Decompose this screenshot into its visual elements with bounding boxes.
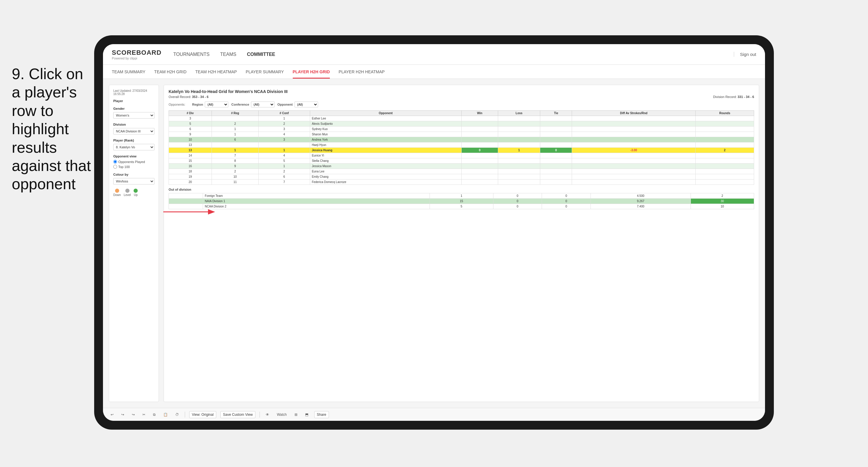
table-row-selected[interactable]: 13 1 1 Jessica Huang 0 1 0 -3.00 2 [169, 148, 754, 153]
chart-title: Katelyn Vo Head-to-Head Grid for Women's… [168, 89, 754, 94]
table-row[interactable]: NCAA Division 2 5 0 0 7.400 10 [169, 204, 754, 209]
watch-button[interactable]: Watch [275, 411, 289, 418]
tablet-frame: SCOREBOARD Powered by clippi TOURNAMENTS… [94, 35, 774, 430]
logo-area: SCOREBOARD Powered by clippi [112, 49, 161, 60]
main-content: Last Updated: 27/03/2024 16:55:28 Player… [103, 79, 765, 408]
th-diff: Diff Av Strokes/Rnd [572, 111, 695, 116]
sub-nav-player-h2h-grid[interactable]: PLAYER H2H GRID [293, 69, 330, 79]
scissors-button[interactable]: ✂ [141, 411, 147, 418]
table-row[interactable]: 3 1 Esther Lee [169, 116, 754, 121]
annotation-text: 9. Click on a player's row to highlight … [12, 65, 94, 193]
th-div: # Div [169, 111, 212, 116]
color-legend: Down Level Up [113, 189, 154, 196]
undo-button[interactable]: ↩ [109, 411, 115, 418]
nav-committee[interactable]: COMMITTEE [247, 51, 275, 58]
sidebar-division-section: Division NCAA Division III [113, 123, 154, 134]
sidebar-colour-by-label: Colour by [113, 173, 154, 176]
filter-row: Opponents: Region (All) Conference (All) [168, 101, 754, 107]
sidebar-colour-by-select[interactable]: Win/loss [113, 178, 154, 185]
table-row[interactable]: 6 1 3 Sydney Kuo [169, 127, 754, 132]
filter-opponents-label: Opponents: [168, 103, 189, 106]
toolbar-divider [185, 412, 185, 417]
color-down [115, 189, 119, 193]
filter-conference-select[interactable]: (All) [251, 101, 275, 107]
share-button[interactable]: Share [314, 411, 329, 418]
sidebar-division-select[interactable]: NCAA Division III [113, 128, 154, 134]
view-original-button[interactable]: View: Original [189, 411, 216, 418]
table-row[interactable]: 19 10 6 Emily Chang [169, 174, 754, 180]
logo-sub: Powered by clippi [112, 57, 161, 60]
grid-icon: ⊞ [293, 411, 299, 418]
sub-nav-team-summary[interactable]: TEAM SUMMARY [112, 69, 145, 79]
sidebar-timestamp: Last Updated: 27/03/2024 16:55:28 [113, 89, 154, 96]
table-row[interactable]: 14 7 4 Eunice Yi [169, 153, 754, 158]
filter-opponent-select[interactable]: (All) [294, 101, 318, 107]
sub-nav-team-h2h-grid[interactable]: TEAM H2H GRID [154, 69, 187, 79]
table-row[interactable]: Foreign Team 1 0 0 4.500 2 [169, 193, 754, 199]
export-icon[interactable]: ⬒ [303, 411, 310, 418]
toolbar-divider-2 [259, 412, 260, 417]
th-rounds: Rounds [695, 111, 754, 116]
h2h-table-body: 3 1 Esther Lee [169, 116, 754, 185]
table-row[interactable]: 13 Haeji Hyun [169, 143, 754, 148]
redo2-button[interactable]: ↪ [130, 411, 136, 418]
sub-nav: TEAM SUMMARY TEAM H2H GRID TEAM H2H HEAT… [103, 65, 765, 79]
redo-button[interactable]: ↪ [120, 411, 126, 418]
table-row[interactable]: 9 1 4 Sharon Mun [169, 132, 754, 137]
record-row: Overall Record: 353 - 34 - 6 Division Re… [168, 95, 754, 99]
top-nav: SCOREBOARD Powered by clippi TOURNAMENTS… [103, 44, 765, 65]
table-row[interactable]: NAIA Division 1 15 0 0 9.267 30 [169, 199, 754, 204]
out-of-division-table: Foreign Team 1 0 0 4.500 2 NAIA Divisio [168, 193, 754, 209]
filter-conference-group: Conference (All) [231, 101, 275, 107]
copy-button[interactable]: ⧉ [151, 411, 157, 418]
division-record: Division Record: 331 - 34 - 6 [713, 95, 754, 99]
overall-record: Overall Record: 353 - 34 - 6 [168, 95, 209, 99]
save-custom-view-button[interactable]: Save Custom View [220, 411, 255, 418]
sidebar-gender-label: Gender [113, 107, 154, 111]
sidebar-division-label: Division [113, 123, 154, 126]
th-opponent: Opponent [310, 111, 461, 116]
table-row[interactable]: 15 8 5 Stella Chang [169, 158, 754, 164]
sidebar-colour-by-section: Colour by Win/loss [113, 173, 154, 185]
sidebar: Last Updated: 27/03/2024 16:55:28 Player… [109, 85, 159, 402]
table-row[interactable]: 5 2 2 Alexis Sudjianto [169, 121, 754, 127]
watch-icon: 👁 [264, 411, 271, 418]
sidebar-gender-select[interactable]: Women's [113, 112, 154, 119]
sidebar-gender-section: Gender Women's [113, 107, 154, 119]
filter-region-label: Region [192, 103, 203, 106]
bottom-toolbar: ↩ ↪ ↪ ✂ ⧉ 📋 ⏱ View: Original Save Custom… [103, 408, 765, 421]
out-of-division: Out of division Foreign Team 1 0 0 4.500 [168, 188, 754, 209]
th-conf: # Conf [259, 111, 310, 116]
tablet-screen: SCOREBOARD Powered by clippi TOURNAMENTS… [103, 44, 765, 421]
sidebar-player-rank-section: Player (Rank) 8. Katelyn Vo [113, 138, 154, 150]
sidebar-opponent-view-label: Opponent view [113, 155, 154, 158]
sub-nav-player-summary[interactable]: PLAYER SUMMARY [246, 69, 284, 79]
table-row[interactable]: 10 6 3 Andrea York [169, 137, 754, 143]
out-of-division-body: Foreign Team 1 0 0 4.500 2 NAIA Divisio [169, 193, 754, 209]
sub-nav-team-h2h-heatmap[interactable]: TEAM H2H HEATMAP [195, 69, 237, 79]
radio-top-100[interactable]: Top 100 [113, 165, 154, 168]
table-row[interactable]: 18 2 2 Euna Lee [169, 169, 754, 174]
filter-region-group: Region (All) [192, 101, 228, 107]
filter-opponent-group: Opponent (All) [277, 101, 318, 107]
nav-tournaments[interactable]: TOURNAMENTS [173, 51, 210, 58]
paste-button[interactable]: 📋 [161, 411, 169, 418]
radio-opponents-played[interactable]: Opponents Played [113, 160, 154, 164]
chart-container: Katelyn Vo Head-to-Head Grid for Women's… [164, 85, 759, 402]
sidebar-player-rank-label: Player (Rank) [113, 138, 154, 142]
nav-teams[interactable]: TEAMS [220, 51, 236, 58]
sidebar-player-title: Player [113, 99, 154, 103]
color-level [125, 189, 129, 193]
sign-out[interactable]: Sign out [734, 52, 756, 57]
th-loss: Loss [498, 111, 540, 116]
nav-links: TOURNAMENTS TEAMS COMMITTEE [173, 51, 734, 58]
filter-region-select[interactable]: (All) [205, 101, 228, 107]
content-area: Katelyn Vo Head-to-Head Grid for Women's… [164, 85, 759, 402]
out-of-division-title: Out of division [168, 188, 754, 191]
th-reg: # Reg [212, 111, 258, 116]
sidebar-player-rank-select[interactable]: 8. Katelyn Vo [113, 144, 154, 150]
h2h-table: # Div # Reg # Conf Opponent Win Loss Tie… [168, 111, 754, 185]
table-row[interactable]: 16 9 1 Jessica Mason [169, 164, 754, 169]
sub-nav-player-h2h-heatmap[interactable]: PLAYER H2H HEATMAP [339, 69, 385, 79]
table-row[interactable]: 20 11 7 Federica Domecq Lacroze [169, 180, 754, 185]
